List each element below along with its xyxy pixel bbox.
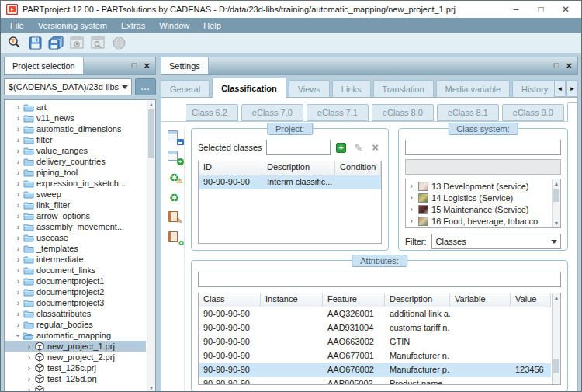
scroll-thumb[interactable] [553, 359, 559, 373]
column-header[interactable]: Feature [323, 293, 385, 307]
table-row[interactable]: 90-90-90-90 Interim classific... [199, 175, 381, 189]
remove-class-button[interactable]: × [369, 141, 382, 154]
expander-icon[interactable] [14, 147, 23, 155]
table-row[interactable]: 90-90-90-90 AAO677001 Manufacturer n... [199, 349, 551, 363]
expander-icon[interactable] [14, 190, 23, 199]
column-header[interactable]: Class [199, 293, 261, 307]
tree-item[interactable]: automatic_mapping [5, 330, 146, 341]
column-header[interactable]: Description [385, 293, 450, 307]
table-row[interactable]: 90-90-90-90 AAO676002 Manufacturer p... … [199, 363, 551, 377]
column-header[interactable]: Instance [261, 293, 323, 307]
save-all-icon[interactable] [48, 35, 64, 50]
tree-item[interactable]: filter [5, 134, 146, 145]
eclass-tab-item[interactable]: Class 6.2 [186, 104, 238, 121]
tree-item[interactable]: regular_bodies [5, 319, 146, 330]
settings-tab-item[interactable]: Translation [373, 80, 434, 98]
class-tree-item[interactable]: 14 Logistics (Service) [407, 192, 550, 203]
edit-document-icon[interactable]: ✎ [168, 211, 182, 224]
tree-item[interactable]: sweep [5, 189, 146, 199]
expander-icon[interactable] [14, 310, 23, 318]
window-preview-icon[interactable] [90, 35, 106, 50]
table-row[interactable]: 90-90-90-90 AAQ326001 additional link a.… [199, 307, 551, 321]
tree-item[interactable]: new_project_1.prj [5, 341, 146, 352]
expander-icon[interactable] [14, 158, 23, 166]
expander-icon[interactable] [14, 201, 23, 210]
scroll-thumb[interactable] [148, 109, 154, 158]
eclass-tab-item[interactable]: eClass 8.1 [437, 104, 499, 121]
minimize-icon[interactable]: – [504, 2, 528, 17]
menu-item[interactable]: Versioning system [31, 18, 114, 33]
expander-icon[interactable] [14, 125, 23, 134]
column-header[interactable]: Condition [335, 161, 381, 175]
expander-icon[interactable] [25, 386, 33, 392]
tree-item[interactable]: documentproject1 [5, 276, 146, 286]
scroll-up-icon[interactable]: ▲ [147, 100, 155, 109]
table-row[interactable]: 90-90-90-90 AAD931004 customs tariff n..… [199, 321, 551, 335]
column-header[interactable]: Value [511, 293, 551, 307]
expander-icon[interactable] [407, 182, 415, 190]
settings-tab[interactable]: Settings [161, 57, 209, 74]
maximize-icon[interactable]: □ [528, 2, 553, 17]
window-settings-icon[interactable] [69, 35, 85, 50]
class-search-input[interactable] [405, 140, 561, 155]
tree-item[interactable]: new_project_2.prj [5, 352, 146, 363]
globe-icon[interactable] [111, 35, 126, 50]
tree-item[interactable]: documentproject3 [5, 297, 146, 308]
expander-icon[interactable] [25, 353, 33, 362]
tree-item[interactable]: link_filter [5, 199, 146, 210]
eclass-tab-item[interactable]: eClass 9.1 [567, 102, 578, 122]
expander-icon[interactable] [14, 136, 23, 144]
column-header[interactable]: ID [199, 161, 262, 175]
class-tree-scrollbar[interactable]: ▲ ▼ [552, 179, 560, 227]
tree-item[interactable]: delivery_countries [5, 156, 146, 167]
document-update-icon[interactable]: ♻ [168, 231, 182, 244]
settings-tab-item[interactable]: Media variable [436, 80, 511, 98]
tree-item[interactable]: classattributes [5, 308, 146, 319]
table-row[interactable]: 90-90-90-90 AAP805002 Product name [199, 377, 551, 385]
expander-icon[interactable] [14, 179, 23, 188]
expander-icon[interactable] [14, 223, 23, 231]
panel-maximize-icon[interactable]: □ [554, 61, 559, 70]
expander-icon[interactable] [25, 364, 33, 373]
tree-item[interactable]: value_ranges [5, 145, 146, 156]
menu-item[interactable]: File [3, 18, 31, 33]
combo-dropdown-icon[interactable] [119, 79, 131, 95]
tree-item[interactable]: piping_tool [5, 167, 146, 178]
eclass-tab-item[interactable]: eClass 9.0 [502, 104, 564, 121]
tree-item[interactable]: test_125c.prj [5, 363, 146, 373]
column-header[interactable]: Description [262, 161, 335, 175]
tree-item[interactable]: automatic_dimensions [5, 123, 146, 134]
class-tree-item[interactable]: 15 Maintenance (Service) [407, 203, 550, 215]
eclass-tab-item[interactable]: eClass 7.1 [307, 104, 369, 121]
tree-item[interactable]: assembly_movement... [5, 221, 146, 232]
tree-item[interactable]: art [5, 102, 146, 113]
settings-tab-item[interactable]: Links [332, 80, 371, 98]
scroll-thumb[interactable] [553, 189, 559, 202]
menu-item[interactable]: Window [152, 18, 196, 33]
menu-item[interactable]: Extras [114, 18, 152, 33]
expander-icon[interactable] [14, 331, 23, 340]
tree-item[interactable]: test_125d.prj [5, 373, 146, 384]
tree-item[interactable] [5, 384, 146, 392]
column-header[interactable]: Variable [450, 293, 511, 307]
tree-item[interactable]: v11_news [5, 113, 146, 123]
tab-scroll-right-icon[interactable]: ► [566, 80, 578, 97]
filter-dropdown[interactable]: Classes [431, 234, 561, 249]
eclass-tab-item[interactable]: eClass 7.0 [241, 104, 303, 121]
tree-item[interactable]: usecase [5, 232, 146, 243]
selected-classes-input[interactable] [266, 140, 331, 155]
expander-icon[interactable] [14, 266, 23, 275]
browse-button[interactable]: ... [135, 78, 156, 95]
edit-class-button[interactable]: ✎ [352, 141, 365, 154]
expander-icon[interactable] [25, 342, 33, 351]
expander-icon[interactable] [14, 277, 23, 286]
expander-icon[interactable] [14, 321, 23, 329]
expander-icon[interactable] [25, 375, 33, 383]
settings-tab-item[interactable]: Classification [212, 78, 286, 98]
attributes-scrollbar[interactable]: ▲ [552, 293, 560, 384]
close-icon[interactable]: ✕ [553, 2, 578, 17]
table-add-icon[interactable]: + [168, 151, 182, 163]
tree-item[interactable]: expression_in_sketch... [5, 178, 146, 189]
expander-icon[interactable] [407, 193, 415, 202]
tree-item[interactable]: arrow_options [5, 210, 146, 221]
